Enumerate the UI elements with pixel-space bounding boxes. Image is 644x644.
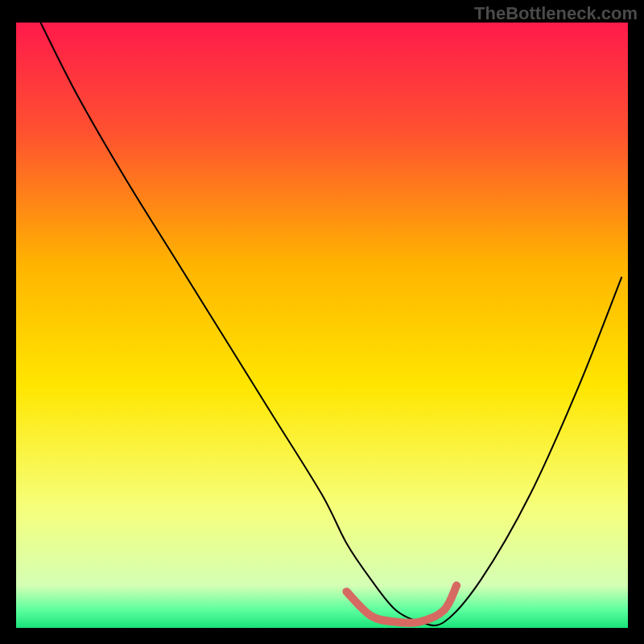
chart-container: TheBottleneck.com [0, 0, 644, 644]
watermark-text: TheBottleneck.com [474, 3, 638, 24]
chart-svg [16, 23, 628, 628]
plot-area [16, 23, 628, 628]
gradient-background [16, 23, 628, 628]
